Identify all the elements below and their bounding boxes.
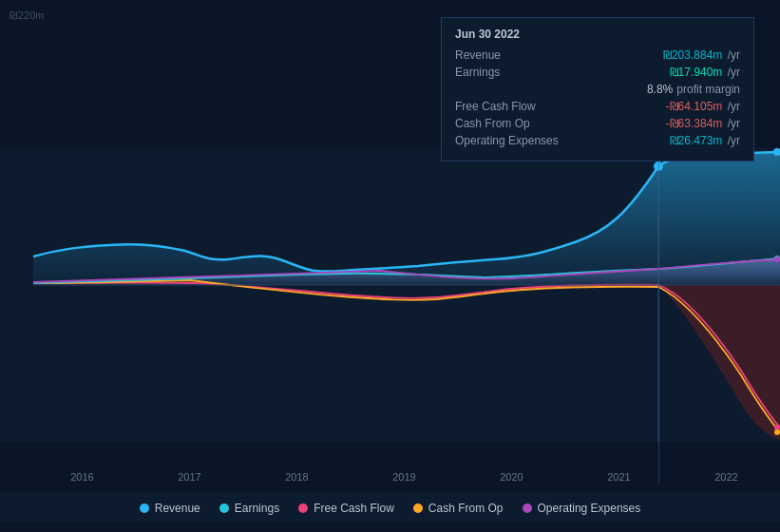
tooltip-row-earnings: Earnings ₪17.940m /yr <box>455 66 740 79</box>
x-labels: 2016 2017 2018 2019 2020 2021 2022 <box>29 471 780 483</box>
profit-margin-value: 8.8% <box>647 83 673 96</box>
profit-margin-row: 8.8% profit margin <box>455 83 740 96</box>
tooltip-row-cashfromop: Cash From Op -₪63.384m /yr <box>455 117 740 130</box>
legend-item-cashfromop[interactable]: Cash From Op <box>413 502 504 515</box>
x-label-2017: 2017 <box>178 471 200 483</box>
legend-label-revenue: Revenue <box>155 502 200 515</box>
y-label-top: ₪220m <box>10 10 45 22</box>
profit-margin-label: profit margin <box>676 83 740 96</box>
legend-item-opex[interactable]: Operating Expenses <box>523 502 641 515</box>
tooltip-label-opex: Operating Expenses <box>455 134 559 147</box>
tooltip-value-cashfromop: -₪63.384m /yr <box>666 117 740 130</box>
legend-label-opex: Operating Expenses <box>538 502 641 515</box>
tooltip-label-cashfromop: Cash From Op <box>455 117 530 130</box>
x-label-2019: 2019 <box>392 471 415 483</box>
tooltip-label-revenue: Revenue <box>455 48 501 62</box>
highlight-line <box>658 147 659 483</box>
legend-dot-cashfromop <box>413 504 423 513</box>
cash-dot-right <box>774 429 780 435</box>
tooltip-value-opex: ₪26.473m /yr <box>670 134 740 147</box>
tooltip-row-opex: Operating Expenses ₪26.473m /yr <box>455 134 740 147</box>
tooltip-value-revenue: ₪203.884m /yr <box>663 48 740 62</box>
legend-dot-earnings <box>219 504 229 513</box>
legend-item-revenue[interactable]: Revenue <box>140 502 200 515</box>
tooltip-date: Jun 30 2022 <box>455 28 740 41</box>
x-label-2018: 2018 <box>285 471 308 483</box>
tooltip-label-fcf: Free Cash Flow <box>455 100 536 113</box>
tooltip-card: Jun 30 2022 Revenue ₪203.884m /yr Earnin… <box>441 17 754 162</box>
legend: Revenue Earnings Free Cash Flow Cash Fro… <box>0 493 780 522</box>
opex-dot-right <box>774 256 780 262</box>
x-label-2022: 2022 <box>714 471 737 483</box>
x-label-2020: 2020 <box>500 471 523 483</box>
legend-dot-opex <box>523 504 532 513</box>
tooltip-value-fcf: -₪64.105m /yr <box>666 100 740 113</box>
legend-item-earnings[interactable]: Earnings <box>219 502 279 515</box>
chart-svg <box>0 147 780 442</box>
legend-dot-revenue <box>140 504 149 513</box>
legend-label-fcf: Free Cash Flow <box>314 502 394 515</box>
legend-item-fcf[interactable]: Free Cash Flow <box>298 502 394 515</box>
x-label-2021: 2021 <box>607 471 630 483</box>
tooltip-row-revenue: Revenue ₪203.884m /yr <box>455 48 740 62</box>
tooltip-value-earnings: ₪17.940m /yr <box>670 66 740 79</box>
x-label-2016: 2016 <box>70 471 93 483</box>
legend-dot-fcf <box>298 504 308 513</box>
legend-label-earnings: Earnings <box>235 502 279 515</box>
legend-label-cashfromop: Cash From Op <box>428 502 504 515</box>
tooltip-label-earnings: Earnings <box>455 66 500 79</box>
tooltip-row-fcf: Free Cash Flow -₪64.105m /yr <box>455 100 740 113</box>
